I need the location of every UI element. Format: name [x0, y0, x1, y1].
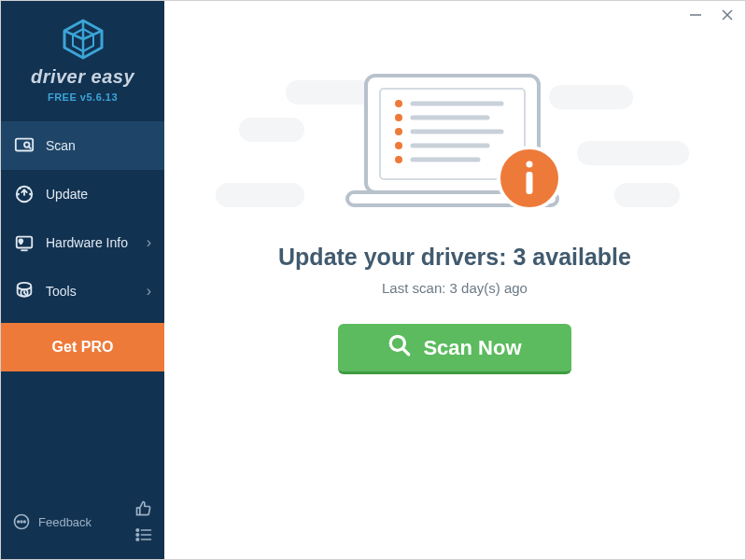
svg-point-36	[395, 142, 402, 149]
svg-point-18	[136, 534, 139, 537]
minimize-button[interactable]	[687, 7, 704, 23]
chevron-right-icon: ›	[147, 234, 151, 251]
svg-point-37	[395, 156, 402, 163]
svg-point-6	[29, 193, 32, 196]
sidebar-item-label: Scan	[46, 138, 76, 153]
svg-point-5	[27, 187, 30, 189]
update-icon	[14, 184, 35, 204]
sidebar-bottom: Feedback	[1, 490, 164, 559]
scan-now-label: Scan Now	[423, 336, 521, 360]
scan-icon	[14, 135, 35, 156]
feedback-icon	[12, 512, 31, 531]
logo-area: driver easy FREE v5.6.13	[1, 1, 164, 112]
tools-icon	[14, 281, 35, 301]
svg-point-33	[395, 100, 402, 107]
sidebar-item-hardware-info[interactable]: i Hardware Info ›	[1, 218, 164, 267]
hardware-info-icon: i	[14, 232, 35, 253]
svg-point-7	[17, 193, 20, 196]
svg-line-44	[403, 348, 409, 354]
thumbs-up-icon[interactable]	[134, 499, 153, 518]
sidebar: driver easy FREE v5.6.13 Scan	[1, 1, 164, 559]
list-icon[interactable]	[134, 525, 153, 544]
get-pro-label: Get PRO	[52, 339, 114, 356]
sidebar-item-scan[interactable]: Scan	[1, 121, 164, 170]
sidebar-item-tools[interactable]: Tools ›	[1, 267, 164, 315]
svg-rect-42	[527, 172, 533, 194]
app-version: FREE v5.6.13	[1, 91, 164, 103]
sidebar-item-label: Update	[46, 187, 88, 202]
nav: Scan Update i	[1, 121, 164, 371]
svg-point-41	[527, 161, 533, 168]
svg-point-35	[395, 128, 402, 135]
svg-point-19	[136, 539, 139, 541]
feedback-label: Feedback	[38, 515, 91, 529]
svg-point-14	[18, 521, 20, 523]
sidebar-item-label: Hardware Info	[46, 235, 128, 250]
scan-now-button[interactable]: Scan Now	[338, 324, 571, 374]
laptop-illustration	[315, 66, 595, 225]
main-panel: Update your drivers: 3 available Last sc…	[164, 1, 745, 559]
svg-point-15	[21, 521, 22, 523]
search-icon	[387, 333, 412, 363]
app-logo-icon	[59, 18, 107, 61]
last-scan-text: Last scan: 3 day(s) ago	[382, 280, 528, 296]
close-button[interactable]	[719, 7, 736, 23]
titlebar	[164, 1, 745, 29]
content: Update your drivers: 3 available Last sc…	[164, 29, 745, 559]
headline: Update your drivers: 3 available	[278, 244, 631, 271]
svg-point-4	[19, 187, 21, 189]
svg-text:i: i	[21, 240, 21, 245]
svg-point-16	[24, 521, 26, 523]
sidebar-item-update[interactable]: Update	[1, 170, 164, 218]
svg-point-34	[395, 114, 402, 121]
app-name: driver easy	[1, 66, 164, 88]
get-pro-button[interactable]: Get PRO	[1, 323, 164, 371]
svg-point-1	[24, 142, 30, 147]
sidebar-item-label: Tools	[46, 284, 77, 299]
chevron-right-icon: ›	[147, 283, 151, 300]
svg-point-17	[136, 529, 139, 532]
svg-line-2	[29, 147, 31, 148]
feedback-button[interactable]: Feedback	[12, 512, 91, 531]
